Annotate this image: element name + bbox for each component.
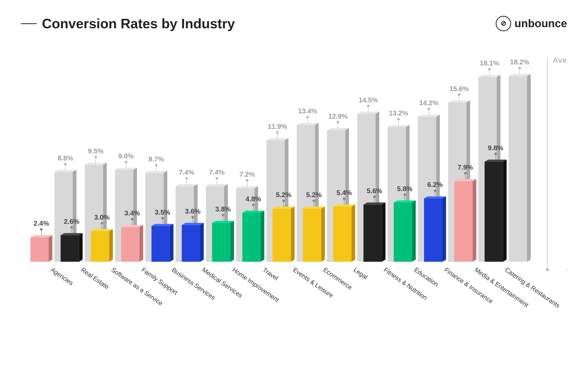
svg-text:4.8%: 4.8%	[246, 195, 261, 203]
svg-rect-18	[61, 235, 79, 262]
svg-text:8.8%: 8.8%	[58, 154, 73, 162]
svg-text:5.8%: 5.8%	[397, 185, 413, 193]
svg-marker-58	[170, 224, 173, 262]
svg-text:6.2%: 6.2%	[427, 181, 443, 188]
svg-rect-187	[454, 181, 473, 262]
svg-marker-45	[140, 225, 143, 262]
svg-text:Catering & Restaurants: Catering & Restaurants	[504, 266, 561, 309]
main-chart-svg: 2.4% 8.8% Agencies 2.6% 9.5% Real Estate	[21, 42, 567, 356]
svg-text:3.0%: 3.0%	[94, 213, 109, 221]
svg-marker-32	[109, 229, 113, 262]
svg-text:2.4%: 2.4%	[34, 219, 49, 227]
svg-text:7.9%: 7.9%	[458, 163, 473, 171]
svg-point-9	[40, 228, 43, 231]
svg-point-168	[427, 108, 430, 110]
svg-rect-96	[242, 213, 261, 262]
svg-point-90	[246, 179, 249, 182]
svg-text:Media & Entertainment: Media & Entertainment	[474, 266, 530, 308]
chart-title: Conversion Rates by Industry	[42, 16, 235, 31]
svg-text:Ecommerce: Ecommerce	[322, 266, 353, 291]
svg-marker-136	[351, 204, 355, 262]
svg-rect-122	[303, 209, 321, 262]
svg-text:7.4%: 7.4%	[209, 168, 224, 176]
logo-text: unbounce	[514, 17, 567, 30]
logo-area: ⊘ unbounce	[496, 16, 567, 31]
svg-point-181	[458, 93, 460, 96]
svg-marker-188	[473, 179, 476, 262]
svg-marker-201	[503, 160, 507, 262]
svg-rect-161	[394, 203, 412, 262]
svg-rect-44	[121, 227, 140, 262]
svg-point-113	[282, 199, 285, 202]
svg-text:Finance & Insurance: Finance & Insurance	[443, 266, 494, 305]
svg-text:Average: Average	[553, 56, 567, 64]
svg-point-191	[464, 172, 467, 175]
svg-text:Agencies: Agencies	[50, 266, 75, 287]
svg-marker-149	[382, 203, 386, 262]
svg-marker-175	[442, 196, 446, 262]
svg-marker-6	[49, 235, 52, 262]
svg-text:Legal: Legal	[352, 266, 369, 281]
svg-text:14.5%: 14.5%	[359, 96, 378, 104]
svg-text:13.2%: 13.2%	[389, 109, 408, 117]
svg-marker-110	[291, 207, 295, 262]
svg-rect-57	[151, 226, 170, 262]
svg-point-211	[546, 268, 549, 271]
svg-marker-19	[79, 233, 83, 262]
svg-point-152	[373, 196, 376, 198]
svg-text:9.8%: 9.8%	[488, 144, 503, 152]
svg-rect-5	[30, 237, 49, 262]
svg-rect-197	[509, 76, 527, 262]
svg-point-194	[488, 68, 491, 70]
svg-text:Education: Education	[413, 266, 440, 288]
svg-point-165	[403, 193, 406, 196]
unbounce-logo-icon: ⊘	[496, 16, 511, 31]
svg-point-22	[70, 226, 73, 229]
svg-marker-162	[412, 200, 416, 262]
svg-rect-109	[273, 209, 291, 262]
svg-point-178	[434, 189, 436, 192]
svg-rect-135	[333, 207, 351, 262]
svg-text:5.4%: 5.4%	[336, 189, 352, 197]
svg-text:15.6%: 15.6%	[449, 85, 469, 93]
title-area: Conversion Rates by Industry	[21, 16, 235, 31]
svg-text:3.4%: 3.4%	[124, 209, 140, 217]
svg-point-12	[64, 163, 67, 165]
chart-header: Conversion Rates by Industry ⊘ unbounce	[21, 16, 567, 31]
svg-text:7.4%: 7.4%	[179, 168, 194, 176]
svg-text:9.5%: 9.5%	[88, 147, 103, 155]
svg-text:12.9%: 12.9%	[328, 112, 348, 120]
svg-point-77	[216, 177, 218, 180]
svg-marker-97	[261, 211, 264, 262]
svg-text:14.2%: 14.2%	[419, 99, 438, 107]
svg-text:⊘: ⊘	[501, 19, 506, 27]
svg-rect-70	[182, 225, 200, 262]
svg-text:Real Estate: Real Estate	[80, 266, 110, 290]
svg-text:18.1%: 18.1%	[480, 59, 499, 67]
svg-text:13.4%: 13.4%	[298, 107, 317, 115]
chart-container: Conversion Rates by Industry ⊘ unbounce	[0, 0, 588, 390]
svg-rect-31	[91, 231, 109, 262]
svg-text:11.9%: 11.9%	[268, 122, 287, 130]
svg-point-87	[222, 214, 224, 216]
svg-point-204	[494, 153, 497, 155]
svg-point-61	[161, 217, 164, 220]
svg-point-100	[252, 204, 255, 206]
svg-text:5.6%: 5.6%	[367, 187, 382, 195]
svg-point-74	[191, 216, 194, 219]
svg-marker-198	[527, 74, 531, 262]
svg-text:7.2%: 7.2%	[239, 170, 255, 178]
svg-text:18.2%: 18.2%	[510, 58, 529, 66]
svg-point-38	[125, 161, 127, 163]
svg-marker-123	[321, 207, 325, 262]
svg-point-35	[101, 222, 103, 225]
svg-rect-174	[424, 198, 442, 262]
svg-text:9.0%: 9.0%	[118, 152, 134, 160]
svg-point-142	[367, 105, 370, 107]
svg-point-207	[518, 67, 521, 69]
title-line	[21, 23, 37, 24]
svg-text:8.7%: 8.7%	[149, 155, 164, 163]
svg-text:5.2%: 5.2%	[306, 191, 322, 199]
svg-point-48	[131, 218, 134, 220]
svg-marker-71	[200, 223, 204, 262]
